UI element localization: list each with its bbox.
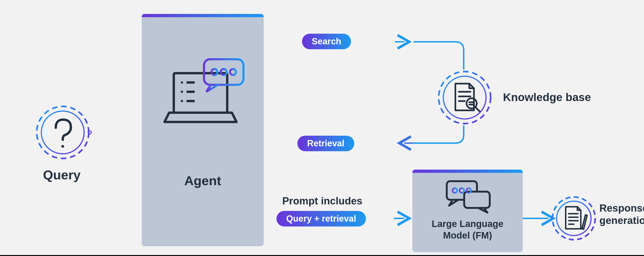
svg-point-17 bbox=[443, 76, 486, 119]
llm-label: Large Language Model (FM) bbox=[432, 218, 504, 241]
svg-point-27 bbox=[452, 188, 457, 193]
svg-point-16 bbox=[439, 72, 491, 124]
svg-point-29 bbox=[466, 188, 471, 193]
svg-point-6 bbox=[181, 81, 183, 84]
agent-panel: Agent bbox=[142, 14, 264, 246]
svg-point-4 bbox=[61, 145, 64, 148]
chat-bubbles-icon bbox=[442, 179, 493, 214]
document-write-icon bbox=[566, 207, 587, 229]
svg-point-28 bbox=[460, 188, 464, 193]
svg-rect-5 bbox=[174, 73, 227, 113]
llm-panel: Large Language Model (FM) bbox=[412, 170, 523, 252]
svg-point-30 bbox=[552, 197, 595, 240]
retrieval-edge-label: Retrieval bbox=[297, 136, 354, 151]
svg-rect-26 bbox=[464, 192, 490, 208]
prompt-caption: Prompt includes bbox=[282, 195, 362, 207]
query-label: Query bbox=[43, 167, 80, 182]
agent-label: Agent bbox=[184, 173, 221, 188]
query-node bbox=[35, 104, 90, 160]
architecture-diagram: Query bbox=[0, 0, 644, 256]
search-edge-label: Search bbox=[302, 34, 351, 49]
svg-line-22 bbox=[476, 107, 480, 112]
svg-point-2 bbox=[37, 106, 89, 158]
svg-point-15 bbox=[230, 69, 236, 75]
agent-icon bbox=[160, 57, 246, 126]
question-mark-icon bbox=[56, 120, 71, 148]
svg-point-7 bbox=[181, 90, 183, 93]
knowledge-base-node bbox=[437, 70, 492, 126]
svg-point-8 bbox=[181, 100, 183, 102]
prompt-edge-label: Query + retrieval bbox=[276, 211, 366, 226]
response-label: Response generation bbox=[600, 202, 644, 227]
document-search-icon bbox=[455, 84, 480, 112]
knowledge-base-label: Knowledge base bbox=[503, 90, 591, 104]
response-node bbox=[550, 195, 597, 242]
